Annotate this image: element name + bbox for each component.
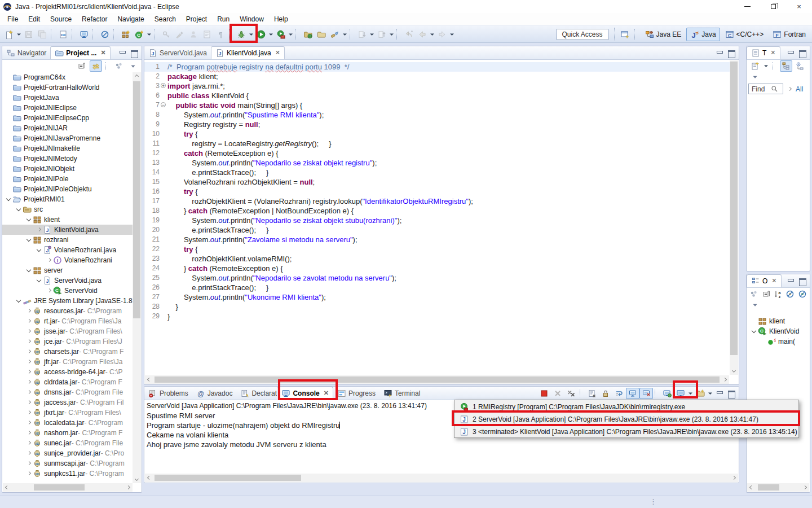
chevron-down-icon[interactable] (35, 246, 43, 254)
lock-button[interactable] (599, 388, 612, 399)
next-ann-button[interactable] (355, 28, 369, 41)
console-hscrollbar[interactable] (145, 474, 738, 482)
chevron-right-icon[interactable] (25, 419, 33, 427)
console-menu-item-1[interactable]: 1 RMIRegistry [Program] C:\Program Files… (454, 401, 798, 413)
tree-item-dnsns-jar[interactable]: 010dnsns.jar - C:\Program File (2, 387, 133, 397)
tree-item-servervoid[interactable]: CServerVoid (2, 286, 133, 296)
save-button[interactable] (22, 28, 36, 41)
scroll-thumb[interactable] (34, 484, 85, 491)
console-menu-item-3[interactable]: J3 <terminated> KlientVoid [Java Applica… (454, 426, 798, 438)
open-console-button[interactable] (694, 388, 707, 399)
outline-item-main-[interactable]: Smain( (747, 336, 810, 347)
tree-item-sunmscapi-jar[interactable]: 010sunmscapi.jar - C:\Program (2, 458, 133, 468)
list-doc-button[interactable] (200, 28, 214, 41)
chevron-right-icon[interactable] (25, 459, 33, 467)
scroll-left-arrow[interactable] (3, 483, 11, 492)
code-line-19[interactable]: 19 System.out.println("Nepodarilo se zis… (144, 216, 730, 225)
chevron-right-icon[interactable] (25, 307, 33, 315)
code-line-9[interactable]: 9 Registry registry = null; (144, 120, 730, 129)
minimize-view-button[interactable] (118, 50, 126, 56)
code-line-25[interactable]: 25 System.out.println("Nepodarilo se zav… (144, 273, 730, 283)
chevron-right-icon[interactable] (25, 429, 33, 437)
code-line-14[interactable]: 14 e.printStackTrace(); } (144, 168, 730, 177)
open-res-button[interactable] (315, 28, 328, 41)
resize-grip[interactable]: ⋮ (650, 497, 657, 506)
chevron-right-icon[interactable] (25, 439, 33, 447)
scroll-left-arrow[interactable] (145, 375, 153, 384)
tree-item-sunjce-provider-jar[interactable]: 010sunjce_provider.jar - C:\Pro (2, 448, 133, 458)
tree-item-jfxrt-jar[interactable]: 010jfxrt.jar - C:\Program Files\ (2, 408, 133, 418)
scroll-left-arrow[interactable] (145, 474, 153, 482)
scroll-down-arrow[interactable] (730, 366, 738, 375)
chevron-right-icon[interactable] (25, 368, 33, 376)
cat-mode-button[interactable] (780, 60, 792, 72)
new-button[interactable] (2, 28, 16, 41)
tree-item-cldrdata-jar[interactable]: 010cldrdata.jar - C:\Program F (2, 377, 133, 387)
chevron-right-icon[interactable] (25, 378, 33, 386)
tree-item-projektjava[interactable]: ProjektJava (2, 93, 133, 103)
code-line-21[interactable]: 21 System.out.println("Zavolame si metod… (144, 235, 730, 244)
perspective-java-ee[interactable]: Java EE (641, 28, 686, 41)
code-line-26[interactable]: 26 e.printStackTrace(); } (144, 283, 730, 292)
tree-item-projektjnimakefile[interactable]: ProjektJNImakefile (2, 143, 133, 154)
scroll-right-arrow[interactable] (124, 483, 133, 492)
menu-window[interactable]: Window (235, 14, 269, 24)
code-line-23[interactable]: 23 rozhObjektKlient.volameRMI(); (144, 254, 730, 264)
run-button[interactable] (254, 28, 268, 41)
dropdown-arrow-icon[interactable] (146, 28, 152, 41)
last-edit-button[interactable]: * (402, 28, 416, 41)
quick-access-box[interactable]: Quick Access (557, 29, 608, 40)
code-line-27[interactable]: 27 System.out.println("Ukoncime RMI klie… (144, 292, 730, 302)
outline-item-klientvoid[interactable]: CKlientVoid (747, 326, 810, 336)
dropdown-arrow-icon[interactable] (389, 28, 395, 41)
rm-all-button[interactable] (564, 388, 578, 399)
tree-item-projektjnijar[interactable]: ProjektJNIJAR (2, 123, 133, 133)
hide-s-button[interactable] (797, 288, 807, 300)
tree-item-charsets-jar[interactable]: 010charsets.jar - C:\Program F (2, 347, 133, 357)
skip-button[interactable] (98, 28, 112, 41)
outline-hscrollbar[interactable] (747, 483, 809, 492)
chevron-right-icon[interactable] (25, 388, 33, 396)
chevron-right-icon[interactable] (25, 317, 33, 325)
find-input[interactable] (752, 85, 771, 93)
chevron-right-icon[interactable] (25, 398, 33, 406)
dropdown-arrow-icon[interactable] (707, 387, 713, 400)
dropdown-arrow-icon[interactable] (342, 28, 348, 41)
tree-item-jce-jar[interactable]: 010jce.jar - C:\Program Files\J (2, 336, 133, 347)
editor-hscrollbar[interactable] (145, 375, 729, 384)
dropdown-arrow-icon[interactable] (369, 28, 375, 41)
chevron-right-icon[interactable] (25, 327, 33, 335)
minimize-view-button[interactable] (787, 278, 795, 284)
scroll-down-arrow[interactable] (133, 475, 141, 483)
code-line-18[interactable]: 18 } catch (RemoteException | NotBoundEx… (144, 206, 730, 216)
console-area-tab-terminal[interactable]: Terminal (379, 387, 424, 400)
chevron-down-icon[interactable] (25, 236, 33, 244)
sort-az-button[interactable]: az (773, 288, 783, 300)
debug-button[interactable] (235, 28, 248, 41)
window-close-button[interactable]: × (786, 0, 812, 13)
chevron-down-icon[interactable] (25, 266, 33, 274)
tree-item-volanerozhrani-java[interactable]: JVolaneRozhrani.java (2, 245, 133, 255)
dropdown-arrow-icon[interactable] (288, 28, 294, 41)
link-editor-button[interactable] (90, 60, 102, 72)
maximize-view-button[interactable] (130, 50, 138, 56)
open-perspective-button[interactable] (618, 28, 632, 41)
code-line-17[interactable]: 17 rozhObjektKlient = (VolaneRozhrani) r… (144, 196, 730, 206)
code-editor[interactable]: 1/* Program potrebuje registry na defaul… (144, 60, 730, 375)
console-area-tab-console[interactable]: Console✕ (277, 387, 333, 400)
code-line-1[interactable]: 1/* Program potrebuje registry na defaul… (144, 62, 730, 72)
tree-item-projektjnipoleobjektu[interactable]: ProjektJNIPoleObjektu (2, 184, 133, 194)
menu-file[interactable]: File (2, 14, 23, 24)
tree-item-jre-system-library-javase-1-8[interactable]: JRE System Library [JavaSE-1.8 (2, 296, 133, 306)
tree-item-projektjnijavapromenne[interactable]: ProjektJNIJavaPromenne (2, 133, 133, 143)
minimize-view-button[interactable] (716, 390, 723, 397)
code-line-11[interactable]: 11 registry = LocateRegistry.getRegistry… (144, 139, 730, 148)
sched-mode-button[interactable] (794, 60, 806, 72)
menu-refactor[interactable]: Refactor (77, 14, 112, 24)
tab-navigator[interactable]: Navigator (2, 46, 50, 59)
scroll-up-arrow[interactable] (133, 72, 141, 81)
chevron-right-icon[interactable] (25, 348, 33, 356)
tree-item-rozhrani[interactable]: rozhrani (2, 235, 133, 245)
maximize-view-button[interactable] (727, 50, 735, 56)
brush-button[interactable] (173, 28, 187, 41)
